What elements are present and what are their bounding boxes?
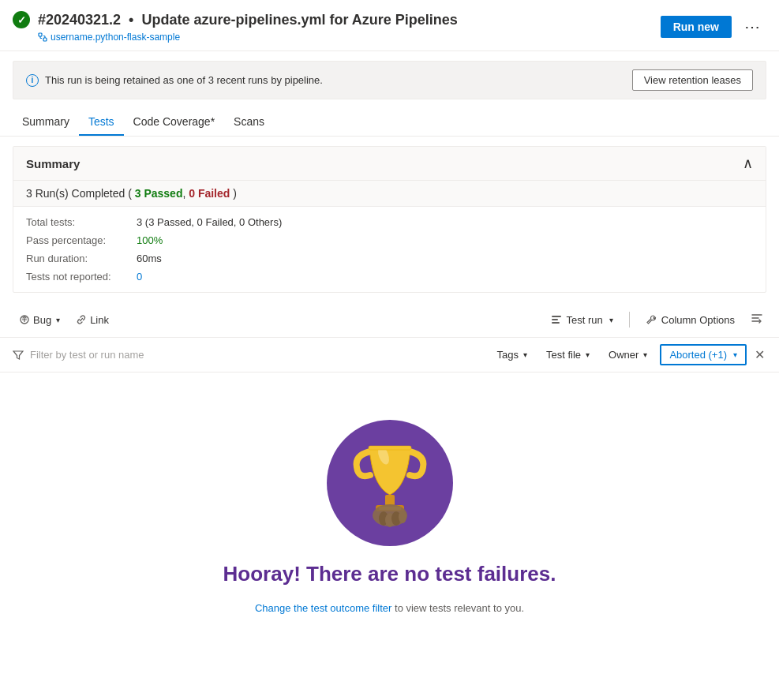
run-duration-label: Run duration: bbox=[26, 253, 137, 264]
tags-filter-button[interactable]: Tags ▾ bbox=[491, 346, 534, 364]
filter-bar: Filter by test or run name Tags ▾ Test f… bbox=[0, 338, 779, 372]
header-left: ✓ #20240321.2 • Update azure-pipelines.y… bbox=[13, 11, 458, 43]
owner-chevron: ▾ bbox=[643, 350, 647, 359]
info-icon: i bbox=[26, 74, 39, 87]
link-button[interactable]: Link bbox=[69, 311, 115, 329]
total-tests-label: Total tests: bbox=[26, 216, 137, 228]
group-icon bbox=[751, 312, 763, 324]
title-separator: • bbox=[129, 12, 133, 28]
tab-tests[interactable]: Tests bbox=[79, 109, 124, 136]
test-run-button[interactable]: Test run ▾ bbox=[545, 311, 620, 329]
tab-code-coverage[interactable]: Code Coverage* bbox=[124, 109, 225, 136]
svg-rect-4 bbox=[552, 319, 558, 320]
toolbar-left: Bug ▾ Link bbox=[13, 311, 115, 329]
failed-count: 0 Failed bbox=[189, 187, 230, 200]
passed-count: 3 Passed bbox=[135, 187, 183, 200]
owner-label: Owner bbox=[609, 349, 639, 361]
svg-point-15 bbox=[399, 511, 406, 523]
svg-rect-5 bbox=[552, 322, 560, 324]
test-file-chevron: ▾ bbox=[586, 350, 590, 359]
test-file-filter-button[interactable]: Test file ▾ bbox=[540, 346, 596, 364]
breadcrumb-text: username.python-flask-sample bbox=[51, 32, 180, 43]
link-label: Link bbox=[90, 314, 109, 326]
aborted-chevron: ▾ bbox=[733, 350, 737, 359]
pass-percentage-value: 100% bbox=[137, 234, 753, 246]
change-filter-text: Change the test outcome filter to view t… bbox=[255, 602, 524, 614]
toolbar-separator bbox=[629, 312, 630, 328]
view-retention-leases-button[interactable]: View retention leases bbox=[632, 69, 753, 91]
svg-rect-7 bbox=[385, 495, 395, 506]
run-summary-text: 3 Run(s) Completed ( 3 Passed, 0 Failed … bbox=[26, 187, 237, 200]
bug-label: Bug bbox=[33, 314, 51, 326]
svg-rect-3 bbox=[552, 316, 561, 317]
success-icon: ✓ bbox=[13, 11, 30, 28]
test-run-chevron: ▾ bbox=[609, 316, 613, 324]
pass-percentage-label: Pass percentage: bbox=[26, 234, 137, 246]
tab-summary[interactable]: Summary bbox=[13, 109, 79, 136]
tests-not-reported-label: Tests not reported: bbox=[26, 271, 137, 283]
page-header: ✓ #20240321.2 • Update azure-pipelines.y… bbox=[0, 0, 779, 51]
test-file-label: Test file bbox=[546, 349, 581, 361]
test-run-label: Test run bbox=[567, 314, 603, 326]
close-filter-button[interactable]: ✕ bbox=[753, 346, 766, 364]
tests-not-reported-value: 0 bbox=[137, 271, 753, 283]
aborted-badge-text: Aborted (+1) bbox=[669, 349, 727, 361]
collapse-summary-button[interactable]: ∧ bbox=[743, 155, 753, 172]
bug-icon bbox=[19, 314, 30, 325]
column-options-button[interactable]: Column Options bbox=[639, 311, 741, 329]
change-filter-suffix: to view tests relevant to you. bbox=[395, 602, 524, 614]
hooray-text: Hooray! There are no test failures. bbox=[223, 562, 556, 586]
change-filter-link[interactable]: Change the test outcome filter bbox=[255, 602, 391, 614]
aborted-filter-badge[interactable]: Aborted (+1) ▾ bbox=[660, 344, 747, 365]
summary-section: Summary ∧ 3 Run(s) Completed ( 3 Passed,… bbox=[13, 146, 766, 293]
trophy-circle bbox=[327, 420, 453, 546]
test-run-icon bbox=[551, 314, 562, 325]
breadcrumb-link[interactable]: username.python-flask-sample bbox=[38, 32, 458, 43]
tests-toolbar: Bug ▾ Link Test run ▾ Column Options bbox=[0, 302, 779, 338]
tags-chevron: ▾ bbox=[523, 350, 527, 359]
toolbar-right: Test run ▾ Column Options bbox=[545, 309, 766, 331]
tab-scans[interactable]: Scans bbox=[224, 109, 274, 136]
more-options-button[interactable]: ⋯ bbox=[738, 14, 766, 39]
link-icon bbox=[76, 314, 87, 325]
filter-icon bbox=[13, 350, 24, 361]
run-new-button[interactable]: Run new bbox=[661, 16, 732, 38]
svg-rect-0 bbox=[39, 33, 42, 36]
filter-left: Filter by test or run name bbox=[13, 349, 481, 361]
retention-text: This run is being retained as one of 3 r… bbox=[45, 74, 323, 86]
retention-message: i This run is being retained as one of 3… bbox=[26, 74, 323, 87]
summary-section-header: Summary ∧ bbox=[13, 147, 766, 181]
trophy-svg bbox=[343, 436, 437, 530]
header-title: ✓ #20240321.2 • Update azure-pipelines.y… bbox=[13, 11, 458, 28]
filter-placeholder[interactable]: Filter by test or run name bbox=[30, 349, 481, 361]
owner-filter-button[interactable]: Owner ▾ bbox=[602, 346, 654, 364]
retention-bar: i This run is being retained as one of 3… bbox=[13, 61, 766, 99]
group-button[interactable] bbox=[747, 309, 766, 331]
run-id: #20240321.2 bbox=[38, 12, 121, 28]
run-duration-value: 60ms bbox=[137, 253, 753, 264]
stats-grid: Total tests: 3 (3 Passed, 0 Failed, 0 Ot… bbox=[13, 207, 766, 292]
column-options-label: Column Options bbox=[661, 314, 735, 326]
total-tests-value: 3 (3 Passed, 0 Failed, 0 Others) bbox=[137, 216, 753, 228]
summary-section-title: Summary bbox=[26, 157, 80, 170]
tab-bar: Summary Tests Code Coverage* Scans bbox=[0, 109, 779, 137]
empty-state: Hooray! There are no test failures. Chan… bbox=[0, 372, 779, 661]
tags-label: Tags bbox=[497, 349, 519, 361]
run-summary-bar: 3 Run(s) Completed ( 3 Passed, 0 Failed … bbox=[13, 181, 766, 207]
pipeline-title: Update azure-pipelines.yml for Azure Pip… bbox=[141, 12, 457, 28]
header-right: Run new ⋯ bbox=[661, 14, 766, 39]
bug-chevron: ▾ bbox=[56, 316, 60, 324]
wrench-icon bbox=[646, 314, 657, 325]
filter-right: Tags ▾ Test file ▾ Owner ▾ Aborted (+1) … bbox=[491, 344, 766, 365]
svg-rect-10 bbox=[369, 446, 411, 450]
bug-button[interactable]: Bug ▾ bbox=[13, 311, 66, 329]
svg-rect-1 bbox=[43, 38, 47, 41]
branch-icon bbox=[38, 32, 47, 42]
